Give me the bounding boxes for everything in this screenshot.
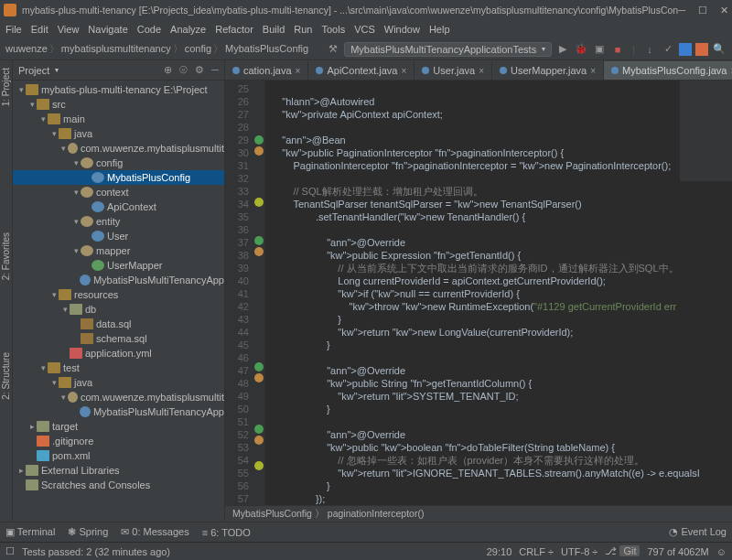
menu-help[interactable]: Help (429, 24, 450, 35)
close-button[interactable]: ✕ (720, 5, 728, 16)
tree-node[interactable]: ApiContext (13, 199, 224, 214)
tree-node[interactable]: ▾mybatis-plus-multi-tenancy E:\Project (13, 82, 224, 97)
tree-node[interactable]: ▸target (13, 419, 224, 434)
line-separator[interactable]: CRLF ÷ (519, 546, 554, 557)
project-locate-icon[interactable]: ⦾ (179, 64, 188, 76)
menu-tools[interactable]: Tools (321, 24, 345, 35)
todo-tab[interactable]: ≡ 6: TODO (202, 527, 251, 538)
tree-node[interactable]: UserMapper (13, 258, 224, 273)
menu-file[interactable]: File (5, 24, 22, 35)
menu-window[interactable]: Window (384, 24, 420, 35)
editor-tabs[interactable]: cation.java×ApiContext.java×User.java×Us… (225, 60, 732, 81)
tree-node[interactable]: ▾java (13, 375, 224, 390)
memory-indicator[interactable]: 797 of 4062M (647, 546, 708, 557)
project-tool-tab[interactable]: 1: Project (0, 64, 12, 110)
tree-node[interactable]: ▸External Libraries (13, 463, 224, 478)
tool-window-toggle[interactable]: ☐ (5, 545, 15, 557)
status-message: Tests passed: 2 (32 minutes ago) (22, 546, 170, 557)
menu-build[interactable]: Build (263, 24, 285, 35)
menu-refactor[interactable]: Refactor (215, 24, 253, 35)
run-config-select[interactable]: MybatisPlusMultiTenancyApplicationTests … (344, 42, 552, 57)
menu-edit[interactable]: Edit (31, 24, 48, 35)
tree-node[interactable]: ▾java (13, 126, 224, 141)
hector-icon[interactable]: ☺ (716, 546, 727, 557)
structure-tool-tab[interactable]: 2: Structure (0, 349, 12, 404)
vcs-commit-icon[interactable]: ✓ (661, 42, 675, 57)
status-bar: ☐ Tests passed: 2 (32 minutes ago) 29:10… (0, 542, 732, 560)
tree-node[interactable]: ▾config (13, 156, 224, 170)
project-panel-title: Project (18, 65, 49, 76)
run-config-label: MybatisPlusMultiTenancyApplicationTests (350, 44, 536, 55)
tool-icon-1[interactable] (679, 43, 692, 56)
tree-node[interactable]: ▾com.wuwenze.mybatisplusmultit (13, 141, 224, 156)
favorites-tool-tab[interactable]: 2: Favorites (0, 229, 12, 284)
menu-view[interactable]: View (58, 24, 80, 35)
title-bar: mybatis-plus-multi-tenancy [E:\Projects_… (0, 0, 732, 20)
vcs-update-icon[interactable]: ↓ (642, 42, 657, 57)
project-tree[interactable]: ▾mybatis-plus-multi-tenancy E:\Project▾s… (13, 81, 224, 522)
editor: cation.java×ApiContext.java×User.java×Us… (225, 60, 732, 522)
minimap[interactable] (680, 81, 732, 181)
tree-node[interactable]: ▾com.wuwenze.mybatisplusmultit (13, 390, 224, 404)
git-branch[interactable]: ⎇ Git (605, 545, 640, 557)
editor-tab[interactable]: User.java× (414, 61, 492, 80)
project-hide-icon[interactable]: ─ (211, 64, 219, 76)
tree-node[interactable]: .gitignore (13, 434, 224, 448)
run-button[interactable]: ▶ (555, 42, 570, 57)
code-text[interactable]: "hlann">@Autowired "kw">private ApiConte… (265, 81, 732, 505)
tree-node[interactable]: data.sql (13, 317, 224, 331)
editor-tab[interactable]: cation.java× (225, 61, 308, 80)
project-panel: Project ▾ ⊕ ⦾ ⚙ ─ ▾mybatis-plus-multi-te… (13, 60, 225, 522)
terminal-tab[interactable]: ▣ Terminal (5, 526, 55, 538)
caret-position[interactable]: 29:10 (487, 546, 512, 557)
menu-vcs[interactable]: VCS (354, 24, 375, 35)
event-log-tab[interactable]: ◔ Event Log (669, 526, 727, 538)
breadcrumb[interactable]: wuwenze〉mybatisplusmultitenancy〉config〉M… (5, 42, 308, 56)
toolbar: wuwenze〉mybatisplusmultitenancy〉config〉M… (0, 38, 732, 60)
menu-code[interactable]: Code (137, 24, 161, 35)
spring-tab[interactable]: ❃ Spring (68, 526, 108, 538)
debug-button[interactable]: 🐞 (574, 42, 588, 57)
tree-node[interactable]: ▾test (13, 361, 224, 375)
marker-gutter[interactable] (253, 81, 265, 505)
tree-node[interactable]: ▾entity (13, 214, 224, 229)
tree-node[interactable]: ▾context (13, 185, 224, 199)
stop-button[interactable]: ■ (610, 42, 625, 57)
tree-node[interactable]: MybatisPlusMultiTenancyApp (13, 273, 224, 287)
tree-node[interactable]: MybatisPlusMultiTenancyApp (13, 404, 224, 419)
editor-tab[interactable]: MybatisPlusConfig.java× (604, 61, 732, 80)
tree-node[interactable]: pom.xml (13, 448, 224, 463)
tree-node[interactable]: User (13, 229, 224, 243)
menu-run[interactable]: Run (294, 24, 312, 35)
file-encoding[interactable]: UTF-8 ÷ (561, 546, 597, 557)
maximize-button[interactable]: ☐ (698, 5, 707, 16)
menu-analyze[interactable]: Analyze (170, 24, 206, 35)
menu-navigate[interactable]: Navigate (88, 24, 127, 35)
app-icon (4, 4, 16, 16)
minimize-button[interactable]: ─ (678, 5, 685, 16)
editor-breadcrumb[interactable]: MybatisPlusConfig 〉 paginationIntercepto… (225, 505, 732, 522)
tree-node[interactable]: ▾src (13, 97, 224, 112)
tree-node[interactable]: Scratches and Consoles (13, 478, 224, 492)
menu-bar[interactable]: FileEditViewNavigateCodeAnalyzeRefactorB… (0, 20, 732, 38)
tree-node[interactable]: MybatisPlusConfig (13, 170, 224, 185)
tree-node[interactable]: schema.sql (13, 331, 224, 346)
window-title: mybatis-plus-multi-tenancy [E:\Projects_… (22, 5, 678, 16)
editor-tab[interactable]: UserMapper.java× (492, 61, 604, 80)
hammer-icon[interactable]: ⚒ (326, 42, 340, 57)
tree-node[interactable]: ▾mapper (13, 243, 224, 258)
left-tool-stripe: 1: Project 2: Favorites 2: Structure (0, 60, 13, 522)
tool-icon-2[interactable] (695, 43, 708, 56)
bottom-tool-bar: ▣ Terminal ❃ Spring ✉ 0: Messages ≡ 6: T… (0, 522, 732, 542)
coverage-button[interactable]: ▣ (592, 42, 607, 57)
tree-node[interactable]: ▾db (13, 302, 224, 317)
line-gutter[interactable]: 2526272829303132333435363738394041424344… (225, 81, 253, 505)
project-collapse-icon[interactable]: ⊕ (164, 64, 172, 76)
project-settings-icon[interactable]: ⚙ (195, 64, 204, 76)
messages-tab[interactable]: ✉ 0: Messages (121, 526, 188, 538)
tree-node[interactable]: ▾resources (13, 287, 224, 302)
editor-tab[interactable]: ApiContext.java× (308, 61, 414, 80)
tree-node[interactable]: application.yml (13, 346, 224, 361)
search-icon[interactable]: 🔍 (712, 42, 727, 57)
tree-node[interactable]: ▾main (13, 112, 224, 126)
